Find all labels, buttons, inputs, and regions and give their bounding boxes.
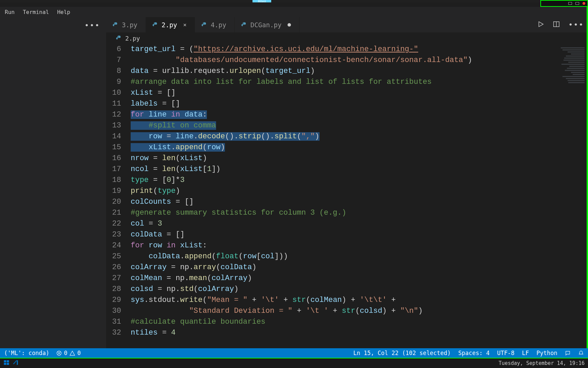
os-titlebar-strip: 腾讯会议 (0, 0, 588, 3)
code-content[interactable]: #calculate quantile boundaries (131, 317, 554, 327)
code-line[interactable]: 26colArray = np.array(colData) (106, 262, 554, 273)
code-line[interactable]: 19print(type) (106, 186, 554, 197)
code-content[interactable]: "Standard Deviation = " + '\t ' + str(co… (131, 306, 554, 317)
menu-help[interactable]: Help (53, 9, 75, 15)
code-line[interactable]: 14 row = line.decode().strip().split(","… (106, 131, 554, 142)
status-bar: ('ML': conda) 0 0 Ln 15, Col 22 (102 sel… (0, 348, 588, 358)
line-number: 27 (106, 273, 131, 284)
line-number: 10 (106, 88, 131, 98)
code-content[interactable]: xList.append(row) (131, 142, 554, 153)
code-content[interactable]: colArray = np.array(colData) (131, 262, 554, 273)
code-line[interactable]: 18type = [0]*3 (106, 175, 554, 186)
feedback-icon[interactable] (565, 350, 571, 356)
line-number: 32 (106, 327, 131, 338)
code-content[interactable]: row = line.decode().strip().split(",") (131, 131, 554, 142)
code-content[interactable]: labels = [] (131, 98, 554, 109)
menu-run[interactable]: Run (1, 9, 19, 15)
minimap[interactable] (554, 44, 588, 350)
code-line[interactable]: 20colCounts = [] (106, 197, 554, 208)
code-content[interactable]: for line in data: (131, 109, 554, 120)
system-clock[interactable]: Tuesday, September 14, 19:16 (499, 360, 585, 366)
code-content[interactable]: colMean = np.mean(colArray) (131, 273, 554, 284)
sidebar-more-icon[interactable]: ••• (84, 21, 100, 30)
minimize-icon[interactable] (568, 2, 572, 5)
code-line[interactable]: 27colMean = np.mean(colArray) (106, 273, 554, 284)
vscode-app-icon[interactable] (12, 359, 18, 367)
code-content[interactable]: print(type) (131, 186, 554, 197)
code-content[interactable]: type = [0]*3 (131, 175, 554, 186)
code-line[interactable]: 10xList = [] (106, 88, 554, 98)
python-file-icon (112, 22, 118, 28)
code-line[interactable]: 28colsd = np.std(colArray) (106, 284, 554, 295)
code-editor[interactable]: 6target_url = ("https://archive.ics.uci.… (106, 44, 554, 350)
editor-tab-4py[interactable]: 4.py (195, 17, 235, 32)
editor-tab-3py[interactable]: 3.py (106, 17, 146, 32)
encoding[interactable]: UTF-8 (497, 350, 514, 356)
code-line[interactable]: 29sys.stdout.write("Mean = " + '\t' + st… (106, 295, 554, 306)
line-number: 12 (106, 109, 131, 120)
code-line[interactable]: 23colData = [] (106, 229, 554, 240)
editor-tab-2py[interactable]: 2.py ✕ (146, 17, 195, 32)
python-env-indicator[interactable]: ('ML': conda) (4, 350, 49, 356)
code-content[interactable]: #arrange data into list for labels and l… (131, 77, 554, 88)
editor-more-icon[interactable]: ••• (568, 20, 584, 29)
code-line[interactable]: 7 "databases/undocumented/connectionist-… (106, 55, 554, 66)
breadcrumb[interactable]: 2.py (106, 32, 588, 44)
line-number: 16 (106, 153, 131, 164)
code-content[interactable]: colData.append(float(row[col])) (131, 251, 554, 262)
meeting-app-tab[interactable]: 腾讯会议 (252, 0, 271, 2)
code-content[interactable]: sys.stdout.write("Mean = " + '\t' + str(… (131, 295, 554, 306)
notifications-icon[interactable] (578, 350, 584, 356)
code-line[interactable]: 24for row in xList: (106, 240, 554, 251)
code-line[interactable]: 13 #split on comma (106, 120, 554, 131)
editor-actions: ••• (537, 17, 584, 32)
code-content[interactable]: #split on comma (131, 120, 554, 131)
language-mode[interactable]: Python (537, 350, 557, 356)
python-file-icon (201, 22, 207, 28)
code-content[interactable]: nrow = len(xList) (131, 153, 554, 164)
problems-indicator[interactable]: 0 0 (56, 350, 81, 356)
code-line[interactable]: 31#calculate quantile boundaries (106, 317, 554, 327)
line-number: 9 (106, 77, 131, 88)
eol[interactable]: LF (522, 350, 529, 356)
code-content[interactable]: xList = [] (131, 88, 554, 98)
code-content[interactable]: target_url = ("https://archive.ics.uci.e… (131, 44, 554, 55)
code-line[interactable]: 32ntiles = 4 (106, 327, 554, 338)
code-content[interactable]: for row in xList: (131, 240, 554, 251)
code-line[interactable]: 12for line in data: (106, 109, 554, 120)
code-line[interactable]: 22col = 3 (106, 218, 554, 229)
code-line[interactable]: 9#arrange data into list for labels and … (106, 77, 554, 88)
code-content[interactable]: colData = [] (131, 229, 554, 240)
tab-bar: 3.py 2.py ✕ 4.py DCGan.py (106, 17, 588, 32)
menu-terminal[interactable]: Terminal (19, 9, 53, 15)
code-line[interactable]: 21#generate summary statistics for colum… (106, 208, 554, 218)
code-content[interactable]: data = urllib.request.urlopen(target_url… (131, 66, 554, 77)
code-line[interactable]: 6target_url = ("https://archive.ics.uci.… (106, 44, 554, 55)
code-line[interactable]: 15 xList.append(row) (106, 142, 554, 153)
code-line[interactable]: 16nrow = len(xList) (106, 153, 554, 164)
code-content[interactable]: colsd = np.std(colArray) (131, 284, 554, 295)
code-content[interactable]: col = 3 (131, 218, 554, 229)
indentation[interactable]: Spaces: 4 (458, 350, 490, 356)
cursor-position[interactable]: Ln 15, Col 22 (102 selected) (353, 350, 451, 356)
run-icon[interactable] (537, 20, 544, 29)
split-editor-icon[interactable] (553, 20, 560, 29)
tab-close-icon[interactable]: ✕ (183, 21, 187, 28)
code-line[interactable]: 25 colData.append(float(row[col])) (106, 251, 554, 262)
code-line[interactable]: 8data = urllib.request.urlopen(target_ur… (106, 66, 554, 77)
code-content[interactable]: "databases/undocumented/connectionist-be… (131, 55, 554, 66)
close-icon[interactable] (583, 2, 585, 5)
code-line[interactable]: 30 "Standard Deviation = " + '\t ' + str… (106, 306, 554, 317)
code-content[interactable]: ncol = len(xList[1]) (131, 164, 554, 175)
line-number: 25 (106, 251, 131, 262)
python-file-icon (241, 22, 247, 28)
editor-tab-dcgan[interactable]: DCGan.py (235, 17, 300, 32)
maximize-icon[interactable] (575, 2, 579, 5)
unsaved-indicator-icon (288, 23, 291, 27)
code-content[interactable]: colCounts = [] (131, 197, 554, 208)
code-line[interactable]: 11labels = [] (106, 98, 554, 109)
start-menu-icon[interactable] (3, 359, 10, 367)
code-content[interactable]: #generate summary statistics for column … (131, 208, 554, 218)
code-content[interactable]: ntiles = 4 (131, 327, 554, 338)
code-line[interactable]: 17ncol = len(xList[1]) (106, 164, 554, 175)
